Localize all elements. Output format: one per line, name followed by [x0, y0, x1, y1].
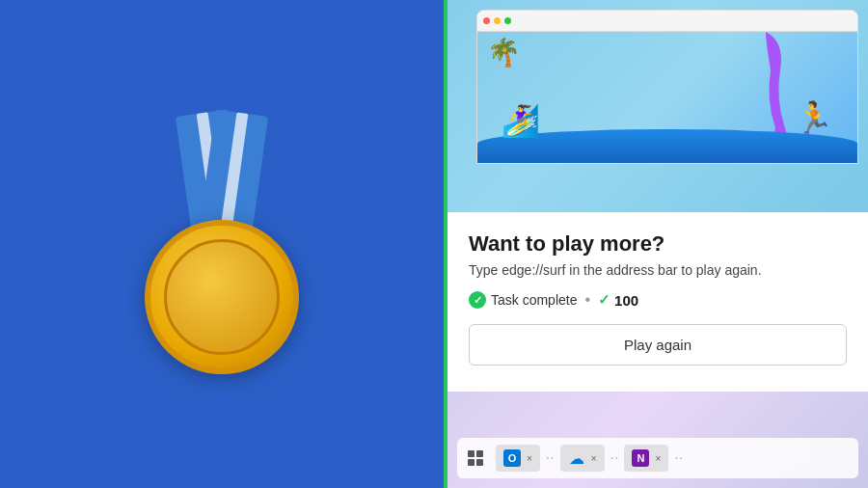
outlook-close-button[interactable]: × [527, 453, 532, 464]
score-badge: ✓ 100 [598, 291, 638, 309]
dot-green [504, 17, 511, 24]
onedrive-tab[interactable]: ☁ × [560, 445, 605, 472]
onenote-close-button[interactable]: × [655, 453, 661, 464]
boy-character: 🏃 [795, 99, 833, 136]
bottom-area: O × ·· ☁ × ·· N × ·· [448, 392, 868, 488]
medal-container [145, 114, 299, 374]
window-switcher-icon[interactable] [465, 447, 486, 469]
dot-yellow [494, 17, 501, 24]
medal-circle [145, 220, 299, 374]
play-again-button[interactable]: Play again [469, 324, 847, 366]
score-value: 100 [614, 292, 638, 309]
tab-separator-2: ·· [610, 449, 619, 467]
dot-red [483, 17, 490, 24]
task-complete-label: Task complete [491, 292, 577, 308]
game-area: 🌴 🏄‍♀️ 🏃 [448, 0, 868, 212]
dot-separator: • [584, 291, 590, 309]
svg-rect-1 [476, 450, 483, 457]
onedrive-close-button[interactable]: × [591, 453, 597, 464]
task-complete-badge: ✓ Task complete [469, 291, 577, 309]
svg-rect-3 [476, 459, 483, 466]
girl-character: 🏄‍♀️ [502, 102, 540, 139]
onedrive-icon: ☁ [568, 449, 585, 467]
svg-rect-2 [468, 459, 475, 466]
tab-separator-1: ·· [546, 449, 555, 467]
card-instructions: Type edge://surf in the address bar to p… [469, 262, 847, 278]
palm-tree-icon: 🌴 [487, 37, 521, 68]
browser-frame: 🌴 🏄‍♀️ 🏃 [476, 10, 858, 164]
svg-rect-0 [468, 450, 475, 457]
medal-inner [164, 239, 280, 355]
outlook-icon: O [503, 449, 521, 467]
browser-bar [477, 11, 857, 32]
left-panel [0, 0, 444, 488]
tab-separator-3: ·· [674, 449, 683, 467]
taskbar-strip: O × ·· ☁ × ·· N × ·· [457, 438, 858, 478]
onenote-tab[interactable]: N × [624, 445, 668, 472]
outlook-tab[interactable]: O × [496, 445, 540, 472]
info-card: Want to play more? Type edge://surf in t… [448, 212, 868, 392]
browser-content: 🌴 🏄‍♀️ 🏃 [477, 32, 857, 163]
status-row: ✓ Task complete • ✓ 100 [469, 291, 847, 309]
medal-ribbon [174, 114, 270, 230]
check-circle-icon: ✓ [469, 291, 486, 309]
onenote-icon: N [632, 449, 649, 467]
right-panel: 🌴 🏄‍♀️ 🏃 Want to play more? Type edge://… [444, 0, 868, 488]
score-check-icon: ✓ [598, 291, 610, 309]
card-heading: Want to play more? [469, 231, 847, 257]
